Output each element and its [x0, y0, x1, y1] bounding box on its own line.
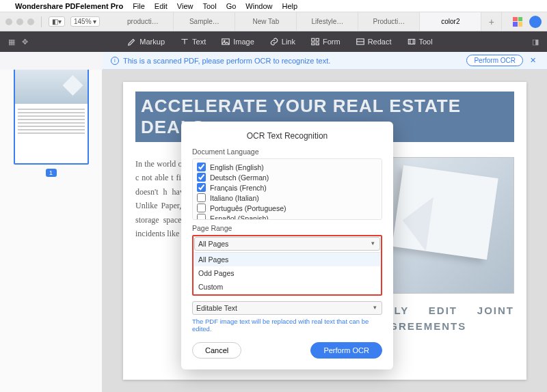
menubar-window[interactable]: Window	[245, 2, 272, 10]
ocr-modal: OCR Text Recognition Document Language E…	[181, 122, 393, 369]
lang-spanish[interactable]: Español (Spanish)	[197, 213, 377, 220]
lang-german[interactable]: Deutsch (German)	[197, 172, 377, 182]
lang-portuguese[interactable]: Português (Portuguese)	[197, 203, 377, 213]
language-list[interactable]: English (English) Deutsch (German) Franç…	[192, 158, 382, 220]
page-range-select[interactable]: All Pages	[194, 237, 380, 251]
modal-title: OCR Text Recognition	[192, 131, 382, 141]
output-type-select[interactable]: Editable Text	[192, 301, 382, 315]
app-window: ◧▾ 145% ▾ producti… Sample… New Tab Life…	[0, 12, 547, 392]
lang-italian[interactable]: Italiano (Italian)	[197, 193, 377, 203]
language-label: Document Language	[192, 148, 382, 156]
cancel-button[interactable]: Cancel	[192, 342, 241, 359]
modal-backdrop: OCR Text Recognition Document Language E…	[0, 12, 547, 392]
perform-ocr-button[interactable]: Perform OCR	[310, 342, 382, 359]
menubar-file[interactable]: File	[133, 2, 145, 10]
menubar-view[interactable]: View	[177, 2, 194, 10]
menubar-tool[interactable]: Tool	[202, 2, 216, 10]
output-help-text: The PDF image text will be replaced with…	[192, 318, 382, 333]
range-option-custom[interactable]: Custom	[194, 280, 380, 294]
page-range-label: Page Range	[192, 224, 382, 232]
menubar-edit[interactable]: Edit	[155, 2, 168, 10]
lang-english[interactable]: English (English)	[197, 162, 377, 172]
menubar-go[interactable]: Go	[226, 2, 237, 10]
mac-menubar: Wondershare PDFelement Pro File Edit Vie…	[0, 0, 547, 12]
lang-french[interactable]: Français (French)	[197, 182, 377, 193]
page-range-highlight: All Pages All Pages Odd Pages Custom	[192, 235, 382, 296]
page-range-dropdown: All Pages Odd Pages Custom	[194, 252, 380, 294]
menubar-app-name[interactable]: Wondershare PDFelement Pro	[15, 2, 123, 10]
menubar-help[interactable]: Help	[282, 2, 297, 10]
range-option-odd[interactable]: Odd Pages	[194, 266, 380, 280]
range-option-all[interactable]: All Pages	[194, 253, 380, 266]
